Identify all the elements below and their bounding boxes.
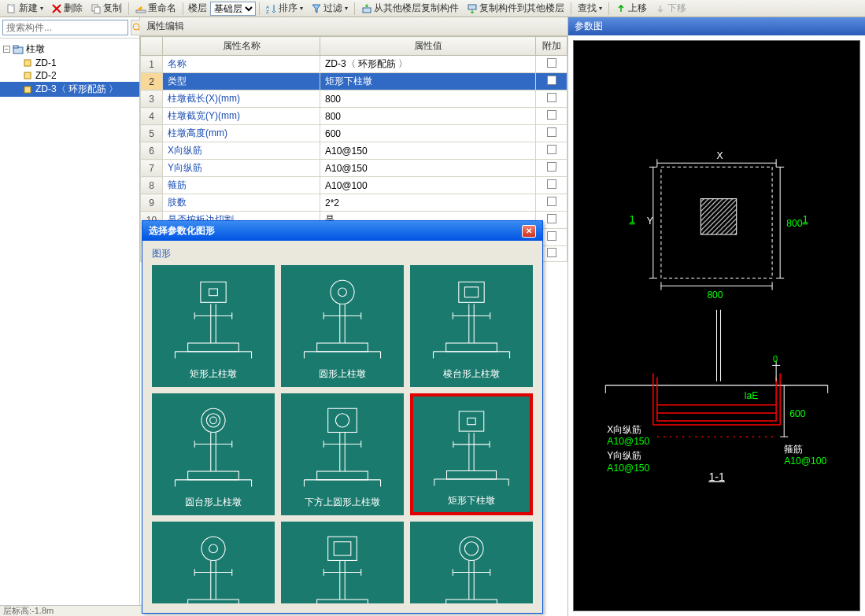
checkbox-icon[interactable] xyxy=(547,214,556,223)
prop-value[interactable]: 800 xyxy=(320,108,536,125)
copy-from-floor-button[interactable]: 从其他楼层复制构件 xyxy=(358,1,462,16)
prop-extra[interactable] xyxy=(536,73,567,90)
new-button[interactable]: 新建▾ xyxy=(3,1,46,16)
shape-option[interactable]: 下方上圆形上柱墩 xyxy=(281,393,404,515)
property-row[interactable]: 9肢数2*2 xyxy=(141,194,567,212)
property-row[interactable]: 5柱墩高度(mm)600 xyxy=(141,125,567,142)
arrow-up-icon xyxy=(615,3,627,14)
tree-root[interactable]: − 柱墩 xyxy=(0,42,139,57)
prop-value[interactable]: 2*2 xyxy=(320,194,536,212)
floor-select[interactable]: 基础层 xyxy=(210,2,256,16)
floor-label: 楼层 xyxy=(187,2,209,15)
svg-point-110 xyxy=(209,544,218,553)
close-button[interactable]: ✕ xyxy=(522,225,536,238)
checkbox-icon[interactable] xyxy=(547,127,556,137)
checkbox-icon[interactable] xyxy=(547,179,556,189)
move-down-label: 下移 xyxy=(667,2,686,15)
prop-value[interactable]: A10@150 xyxy=(320,142,536,160)
checkbox-icon[interactable] xyxy=(547,231,556,241)
prop-value[interactable]: ZD-3〈 环形配筋 〉 xyxy=(320,56,536,73)
copy-to-floor-button[interactable]: 复制构件到其他楼层 xyxy=(464,1,567,16)
svg-text:Z: Z xyxy=(266,9,269,14)
shape-option[interactable] xyxy=(281,522,404,603)
dialog-group-label: 图形 xyxy=(152,247,533,260)
prop-value[interactable]: 600 xyxy=(320,125,536,142)
filter-button[interactable]: 过滤▾ xyxy=(308,1,351,16)
rename-icon xyxy=(135,3,146,14)
property-row[interactable]: 4柱墩截宽(Y)(mm)800 xyxy=(141,108,567,125)
checkbox-icon[interactable] xyxy=(547,58,556,68)
checkbox-icon[interactable] xyxy=(547,197,556,206)
checkbox-icon[interactable] xyxy=(547,110,556,120)
move-up-button[interactable]: 上移 xyxy=(612,1,650,16)
checkbox-icon[interactable] xyxy=(547,93,556,102)
prop-extra[interactable] xyxy=(536,160,567,177)
collapse-icon[interactable]: − xyxy=(3,46,10,53)
find-button[interactable]: 查找▾ xyxy=(575,1,605,16)
diagram-canvas[interactable]: X Y 800 800 1 1 xyxy=(573,40,860,611)
prop-extra[interactable] xyxy=(536,125,567,142)
svg-rect-28 xyxy=(701,199,736,234)
checkbox-icon[interactable] xyxy=(547,76,556,85)
dim-800-bottom: 800 xyxy=(707,290,723,301)
property-row[interactable]: 6X向纵筋A10@150 xyxy=(141,142,567,160)
shape-option[interactable] xyxy=(410,522,533,603)
prop-extra[interactable] xyxy=(536,177,567,194)
tree-item[interactable]: ZD-2 xyxy=(0,69,139,82)
prop-name: Y向纵筋 xyxy=(163,160,320,177)
svg-rect-12 xyxy=(24,72,31,79)
dialog-titlebar[interactable]: 选择参数化图形 ✕ xyxy=(142,221,542,241)
checkbox-icon[interactable] xyxy=(547,145,556,154)
property-row[interactable]: 7Y向纵筋A10@150 xyxy=(141,160,567,177)
prop-extra[interactable] xyxy=(536,108,567,125)
copy-to-icon xyxy=(467,3,478,14)
prop-value[interactable]: 矩形下柱墩 xyxy=(320,73,536,90)
shape-option[interactable]: 矩形下柱墩 xyxy=(410,393,533,515)
property-row[interactable]: 1名称ZD-3〈 环形配筋 〉 xyxy=(141,56,567,73)
shape-option[interactable] xyxy=(152,522,275,603)
checkbox-icon[interactable] xyxy=(547,248,556,257)
svg-point-88 xyxy=(335,414,349,427)
col-rownum xyxy=(141,37,163,56)
stirrup-label: 箍筋 xyxy=(784,444,803,455)
shape-option[interactable]: 圆形上柱墩 xyxy=(281,265,404,387)
svg-rect-10 xyxy=(13,46,18,48)
svg-rect-13 xyxy=(24,87,31,93)
search-input[interactable] xyxy=(2,20,128,35)
x-rebar-value: A10@150 xyxy=(607,436,649,447)
prop-value[interactable]: A10@150 xyxy=(320,160,536,177)
copy-button[interactable]: 复制 xyxy=(87,1,125,16)
dim-800-right: 800 xyxy=(786,218,802,229)
prop-extra[interactable] xyxy=(536,194,567,212)
filter-icon xyxy=(311,3,322,14)
svg-point-8 xyxy=(133,24,139,30)
tree-item[interactable]: ZD-1 xyxy=(0,57,139,69)
new-icon xyxy=(6,3,17,14)
shape-option[interactable]: 圆台形上柱墩 xyxy=(152,393,275,515)
prop-extra[interactable] xyxy=(536,142,567,160)
dim-y-label: Y xyxy=(647,216,653,227)
prop-value[interactable]: 800 xyxy=(320,90,536,108)
prop-extra[interactable] xyxy=(536,56,567,73)
tree-item-selected[interactable]: ZD-3〈 环形配筋 〉 xyxy=(0,82,139,97)
copy-label: 复制 xyxy=(103,2,122,15)
rename-button[interactable]: 重命名 xyxy=(132,1,179,16)
property-row[interactable]: 2类型矩形下柱墩 xyxy=(141,73,567,90)
row-number: 2 xyxy=(141,73,163,90)
row-number: 9 xyxy=(141,194,163,212)
svg-rect-3 xyxy=(136,10,146,13)
svg-rect-64 xyxy=(459,282,484,302)
checkbox-icon[interactable] xyxy=(547,162,556,172)
svg-point-54 xyxy=(338,288,347,297)
delete-button[interactable]: 删除 xyxy=(48,1,86,16)
svg-rect-124 xyxy=(317,599,368,603)
move-down-button: 下移 xyxy=(652,1,689,16)
shape-option[interactable]: 矩形上柱墩 xyxy=(152,265,275,387)
property-row[interactable]: 3柱墩截长(X)(mm)800 xyxy=(141,90,567,108)
sort-button[interactable]: AZ 排序▾ xyxy=(263,1,306,16)
dim-x-label: X xyxy=(717,150,723,161)
prop-extra[interactable] xyxy=(536,90,567,108)
shape-option[interactable]: 棱台形上柱墩 xyxy=(410,265,533,387)
property-row[interactable]: 8箍筋A10@100 xyxy=(141,177,567,194)
prop-value[interactable]: A10@100 xyxy=(320,177,536,194)
